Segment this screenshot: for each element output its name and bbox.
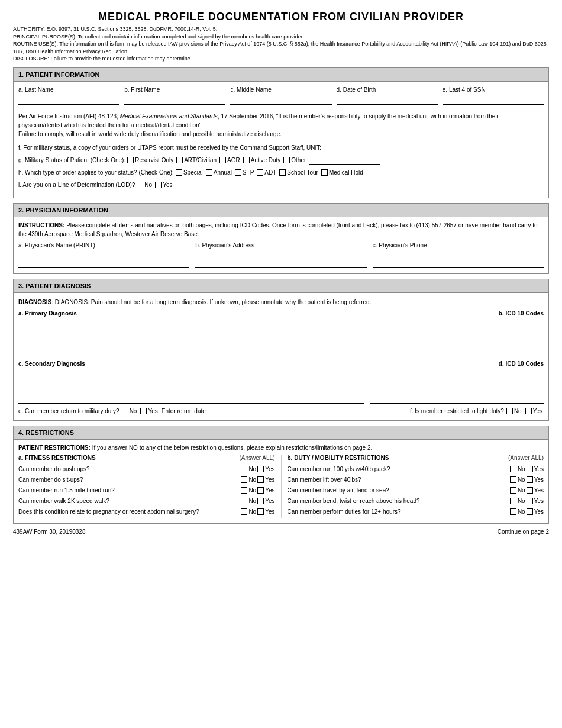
fitness-row-situps: Can member do sit-ups? No Yes bbox=[18, 476, 275, 484]
duty-row-bend: Can member bend, twist or reach above hi… bbox=[288, 497, 544, 505]
checkbox-pregnancy-no-box[interactable] bbox=[241, 508, 247, 515]
diagnosis-note: DIAGNOSIS: DIAGNOSIS: Pain should not be… bbox=[18, 298, 544, 307]
checkbox-pregnancy-yes-box[interactable] bbox=[257, 508, 264, 515]
primary-diagnosis-field: a. Primary Diagnosis bbox=[18, 310, 364, 353]
restrictions-grid: a. FITNESS RESTRICTIONS (Answer ALL) Can… bbox=[18, 455, 544, 518]
fitness-walk-answer[interactable]: No Yes bbox=[241, 498, 274, 504]
checkbox-return-duty-no[interactable]: No bbox=[122, 408, 137, 414]
secondary-icd-input[interactable] bbox=[370, 368, 544, 404]
checkbox-agr-box[interactable] bbox=[219, 157, 226, 163]
checkbox-medical-hold-box[interactable] bbox=[321, 169, 328, 176]
checkbox-lod-yes-box[interactable] bbox=[155, 182, 162, 188]
duty-100yds-answer[interactable]: No Yes bbox=[510, 466, 544, 472]
checkbox-other[interactable]: Other bbox=[283, 156, 306, 165]
checkbox-walk-no-box[interactable] bbox=[241, 498, 247, 504]
checkbox-lod-no[interactable]: No bbox=[137, 181, 152, 190]
duty-lift-answer[interactable]: No Yes bbox=[510, 476, 544, 483]
checkbox-return-duty-yes-box[interactable] bbox=[140, 408, 147, 414]
secondary-diagnosis-input[interactable] bbox=[18, 368, 364, 404]
other-status-input[interactable] bbox=[309, 156, 380, 165]
section-3-content: DIAGNOSIS: DIAGNOSIS: Pain should not be… bbox=[13, 293, 549, 421]
ssn-field: e. Last 4 of SSN bbox=[443, 86, 544, 107]
checkbox-special-box[interactable] bbox=[176, 169, 182, 176]
checkbox-annual[interactable]: Annual bbox=[206, 168, 232, 178]
duty-bend-answer[interactable]: No Yes bbox=[510, 498, 544, 504]
last-name-input[interactable] bbox=[18, 94, 119, 105]
primary-diagnosis-row: a. Primary Diagnosis b. ICD 10 Codes bbox=[18, 310, 544, 353]
checkbox-special[interactable]: Special bbox=[176, 168, 203, 178]
form-number: 439AW Form 30, 20190328 bbox=[13, 529, 85, 535]
orders-unit-input[interactable] bbox=[323, 144, 441, 152]
checkbox-reservist-only-box[interactable] bbox=[127, 157, 134, 163]
fitness-run-answer[interactable]: No Yes bbox=[241, 487, 274, 494]
checkbox-school-tour-box[interactable] bbox=[279, 169, 286, 176]
checkbox-lod-no-box[interactable] bbox=[137, 182, 143, 188]
checkbox-situps-no-box[interactable] bbox=[241, 476, 247, 483]
checkbox-return-duty-no-box[interactable] bbox=[122, 408, 128, 414]
checkbox-light-duty-no[interactable]: No bbox=[506, 408, 522, 414]
duty-row-100yds: Can member run 100 yds w/40lb pack? No Y… bbox=[288, 465, 544, 473]
checkbox-light-duty-yes-box[interactable] bbox=[525, 408, 532, 414]
checkbox-reservist-only[interactable]: Reservist Only bbox=[127, 156, 173, 165]
restrictions-note: PATIENT RESTRICTIONS: If you answer NO t… bbox=[18, 444, 544, 451]
checkbox-light-duty-yes[interactable]: Yes bbox=[525, 408, 542, 414]
physician-name-input[interactable] bbox=[18, 250, 189, 268]
checkbox-pushups-no-box[interactable] bbox=[241, 466, 247, 472]
physician-name-field: a. Physician's Name (PRINT) bbox=[18, 242, 189, 270]
checkbox-12hours-no-box[interactable] bbox=[510, 508, 516, 515]
fitness-row-walk: Can member walk 2K speed walk? No Yes bbox=[18, 497, 275, 505]
checkbox-annual-box[interactable] bbox=[206, 169, 212, 176]
middle-name-input[interactable] bbox=[230, 94, 331, 105]
checkbox-return-duty-yes[interactable]: Yes bbox=[140, 408, 157, 414]
checkbox-lift-yes-box[interactable] bbox=[527, 476, 533, 483]
checkbox-lift-no-box[interactable] bbox=[510, 476, 516, 483]
checkbox-100yds-no-box[interactable] bbox=[510, 466, 516, 472]
checkbox-stp[interactable]: STP bbox=[235, 168, 254, 178]
section-4-content: PATIENT RESTRICTIONS: If you answer NO t… bbox=[13, 440, 549, 524]
checkbox-active-duty-box[interactable] bbox=[243, 157, 250, 163]
duty-travel-answer[interactable]: No Yes bbox=[510, 487, 544, 494]
fitness-restrictions-col: a. FITNESS RESTRICTIONS (Answer ALL) Can… bbox=[18, 455, 281, 518]
checkbox-other-box[interactable] bbox=[283, 157, 290, 163]
section-4-restrictions: 4. RESTRICTIONS PATIENT RESTRICTIONS: If… bbox=[13, 426, 549, 524]
checkbox-art-civilian-box[interactable] bbox=[176, 157, 183, 163]
checkbox-lod-yes[interactable]: Yes bbox=[155, 181, 172, 190]
checkbox-100yds-yes-box[interactable] bbox=[527, 466, 533, 472]
checkbox-12hours-yes-box[interactable] bbox=[527, 508, 533, 515]
checkbox-active-duty[interactable]: Active Duty bbox=[243, 156, 281, 165]
fitness-pregnancy-answer[interactable]: No Yes bbox=[241, 508, 274, 515]
middle-name-field: c. Middle Name bbox=[230, 86, 331, 107]
checkbox-travel-no-box[interactable] bbox=[510, 487, 516, 494]
last-name-field: a. Last Name bbox=[18, 86, 119, 107]
primary-icd-input[interactable] bbox=[370, 318, 544, 353]
checkbox-situps-yes-box[interactable] bbox=[257, 476, 264, 483]
dob-input[interactable] bbox=[337, 94, 438, 105]
physician-address-input[interactable] bbox=[195, 250, 366, 268]
first-name-input[interactable] bbox=[124, 94, 225, 105]
duty-12hours-answer[interactable]: No Yes bbox=[510, 508, 544, 515]
checkbox-bend-no-box[interactable] bbox=[510, 498, 516, 504]
checkbox-agr[interactable]: AGR bbox=[219, 156, 240, 165]
checkbox-light-duty-no-box[interactable] bbox=[506, 408, 513, 414]
authority-text: AUTHORITY: E.O. 9397, 31 U.S.C. Sections… bbox=[13, 25, 549, 63]
checkbox-adt[interactable]: ADT bbox=[257, 168, 276, 178]
checkbox-travel-yes-box[interactable] bbox=[527, 487, 533, 494]
physician-phone-input[interactable] bbox=[373, 250, 544, 268]
physician-instructions: INSTRUCTIONS: Please complete all items … bbox=[18, 221, 544, 239]
primary-diagnosis-input[interactable] bbox=[18, 318, 364, 353]
checkbox-pushups-yes-box[interactable] bbox=[257, 466, 264, 472]
ssn-input[interactable] bbox=[443, 94, 544, 105]
checkbox-adt-box[interactable] bbox=[257, 169, 263, 176]
checkbox-medical-hold[interactable]: Medical Hold bbox=[321, 168, 363, 178]
checkbox-run-yes-box[interactable] bbox=[257, 487, 264, 494]
return-date-input[interactable] bbox=[208, 407, 256, 415]
fitness-situps-answer[interactable]: No Yes bbox=[241, 476, 274, 483]
section-3-header: 3. PATIENT DIAGNOSIS bbox=[13, 279, 549, 293]
checkbox-art-civilian[interactable]: ART/Civilian bbox=[176, 156, 217, 165]
checkbox-walk-yes-box[interactable] bbox=[257, 498, 264, 504]
checkbox-bend-yes-box[interactable] bbox=[527, 498, 533, 504]
checkbox-school-tour[interactable]: School Tour bbox=[279, 168, 318, 178]
checkbox-run-no-box[interactable] bbox=[241, 487, 247, 494]
fitness-pushups-answer[interactable]: No Yes bbox=[241, 466, 274, 472]
checkbox-stp-box[interactable] bbox=[235, 169, 241, 176]
